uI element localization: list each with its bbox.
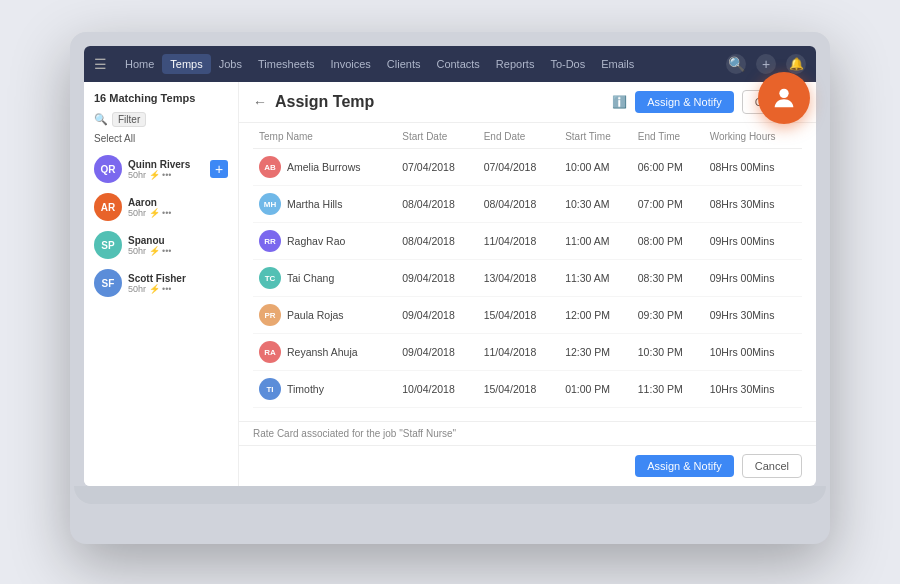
row-name: Tai Chang	[287, 272, 334, 284]
cell-start-time: 12:30 PM	[559, 334, 632, 371]
laptop-base	[74, 486, 826, 504]
avatar: QR	[94, 155, 122, 183]
cell-working-hours: 09Hrs 00Mins	[704, 260, 802, 297]
assign-notify-button-top[interactable]: Assign & Notify	[635, 91, 734, 113]
column-header: Start Time	[559, 123, 632, 149]
column-header: Start Date	[396, 123, 477, 149]
nav-item-to-dos[interactable]: To-Dos	[542, 54, 593, 74]
avatar: SP	[94, 231, 122, 259]
table-header: Temp NameStart DateEnd DateStart TimeEnd…	[253, 123, 802, 149]
row-avatar: TC	[259, 267, 281, 289]
select-all-label[interactable]: Select All	[94, 133, 135, 144]
column-header: End Time	[632, 123, 704, 149]
footer-note: Rate Card associated for the job "Staff …	[239, 421, 816, 445]
cell-temp-name: PRPaula Rojas	[253, 297, 396, 334]
temp-info: Spanou50hr ⚡ •••	[128, 235, 228, 256]
cell-end-date: 08/04/2018	[478, 186, 559, 223]
table-row: RAReyansh Ahuja09/04/201811/04/201812:30…	[253, 334, 802, 371]
row-avatar: RA	[259, 341, 281, 363]
cell-working-hours: 09Hrs 30Mins	[704, 297, 802, 334]
temp-info: Quinn Rivers50hr ⚡ •••	[128, 159, 204, 180]
cell-temp-name: MHMartha Hills	[253, 186, 396, 223]
row-name: Reyansh Ahuja	[287, 346, 358, 358]
nav-item-jobs[interactable]: Jobs	[211, 54, 250, 74]
row-name: Raghav Rao	[287, 235, 345, 247]
table-row: ABAmelia Burrows07/04/201807/04/201810:0…	[253, 149, 802, 186]
cell-working-hours: 10Hrs 00Mins	[704, 334, 802, 371]
hamburger-icon[interactable]: ☰	[94, 56, 107, 72]
row-avatar: MH	[259, 193, 281, 215]
row-avatar: TI	[259, 378, 281, 400]
sidebar-search-icon[interactable]: 🔍	[94, 113, 108, 126]
sidebar-temp-item[interactable]: SPSpanou50hr ⚡ •••	[84, 226, 238, 264]
column-header: End Date	[478, 123, 559, 149]
footer-actions: Assign & Notify Cancel	[239, 445, 816, 486]
assign-notify-button-bottom[interactable]: Assign & Notify	[635, 455, 734, 477]
cell-end-date: 11/04/2018	[478, 334, 559, 371]
cell-temp-name: TITimothy	[253, 371, 396, 408]
nav-bar: ☰ HomeTempsJobsTimesheetsInvoicesClients…	[84, 46, 816, 82]
cell-start-date: 07/04/2018	[396, 149, 477, 186]
cell-end-time: 08:30 PM	[632, 260, 704, 297]
cell-end-date: 07/04/2018	[478, 149, 559, 186]
cell-working-hours: 09Hrs 00Mins	[704, 223, 802, 260]
nav-item-contacts[interactable]: Contacts	[428, 54, 487, 74]
cell-start-time: 11:00 AM	[559, 223, 632, 260]
assignments-table: Temp NameStart DateEnd DateStart TimeEnd…	[253, 123, 802, 408]
cell-end-time: 09:30 PM	[632, 297, 704, 334]
row-avatar: AB	[259, 156, 281, 178]
cell-start-date: 10/04/2018	[396, 371, 477, 408]
cell-start-time: 12:00 PM	[559, 297, 632, 334]
cell-start-time: 11:30 AM	[559, 260, 632, 297]
temp-meta: 50hr ⚡ •••	[128, 170, 204, 180]
table-row: RRRaghav Rao08/04/201811/04/201811:00 AM…	[253, 223, 802, 260]
sidebar: 16 Matching Temps 🔍 Filter Select All QR…	[84, 82, 239, 486]
cell-end-date: 13/04/2018	[478, 260, 559, 297]
add-temp-button[interactable]: +	[210, 160, 228, 178]
sidebar-temp-list: QRQuinn Rivers50hr ⚡ •••+ARAaron50hr ⚡ •…	[84, 150, 238, 302]
table-body: ABAmelia Burrows07/04/201807/04/201810:0…	[253, 149, 802, 408]
add-icon[interactable]: +	[756, 54, 776, 74]
row-avatar: RR	[259, 230, 281, 252]
search-icon[interactable]: 🔍	[726, 54, 746, 74]
sidebar-temp-item[interactable]: SFScott Fisher50hr ⚡ •••	[84, 264, 238, 302]
cell-start-date: 08/04/2018	[396, 186, 477, 223]
nav-item-clients[interactable]: Clients	[379, 54, 429, 74]
cell-end-time: 06:00 PM	[632, 149, 704, 186]
cell-temp-name: RRRaghav Rao	[253, 223, 396, 260]
table-row: PRPaula Rojas09/04/201815/04/201812:00 P…	[253, 297, 802, 334]
table-row: TCTai Chang09/04/201813/04/201811:30 AM0…	[253, 260, 802, 297]
sidebar-temp-item[interactable]: ARAaron50hr ⚡ •••	[84, 188, 238, 226]
notification-icon[interactable]: 🔔	[786, 54, 806, 74]
filter-button[interactable]: Filter	[112, 112, 146, 127]
nav-item-invoices[interactable]: Invoices	[322, 54, 378, 74]
temp-info: Aaron50hr ⚡ •••	[128, 197, 228, 218]
nav-item-timesheets[interactable]: Timesheets	[250, 54, 322, 74]
cell-end-date: 15/04/2018	[478, 371, 559, 408]
avatar: AR	[94, 193, 122, 221]
column-header: Temp Name	[253, 123, 396, 149]
temp-name: Spanou	[128, 235, 228, 246]
back-button[interactable]: ←	[253, 94, 267, 110]
cell-working-hours: 10Hrs 30Mins	[704, 371, 802, 408]
cell-start-date: 08/04/2018	[396, 223, 477, 260]
column-header: Working Hours	[704, 123, 802, 149]
info-icon: ℹ️	[612, 95, 627, 109]
cell-temp-name: ABAmelia Burrows	[253, 149, 396, 186]
sidebar-header: 16 Matching Temps	[84, 92, 238, 112]
user-avatar-button[interactable]	[758, 72, 810, 124]
temp-name: Aaron	[128, 197, 228, 208]
nav-item-emails[interactable]: Emails	[593, 54, 642, 74]
cancel-button-bottom[interactable]: Cancel	[742, 454, 802, 478]
cell-start-time: 10:30 AM	[559, 186, 632, 223]
temp-name: Scott Fisher	[128, 273, 228, 284]
temp-meta: 50hr ⚡ •••	[128, 208, 228, 218]
sidebar-temp-item[interactable]: QRQuinn Rivers50hr ⚡ •••+	[84, 150, 238, 188]
cell-end-date: 11/04/2018	[478, 223, 559, 260]
page-title: Assign Temp	[275, 93, 604, 111]
cell-working-hours: 08Hrs 30Mins	[704, 186, 802, 223]
nav-item-home[interactable]: Home	[117, 54, 162, 74]
cell-end-time: 08:00 PM	[632, 223, 704, 260]
nav-item-temps[interactable]: Temps	[162, 54, 210, 74]
nav-item-reports[interactable]: Reports	[488, 54, 543, 74]
